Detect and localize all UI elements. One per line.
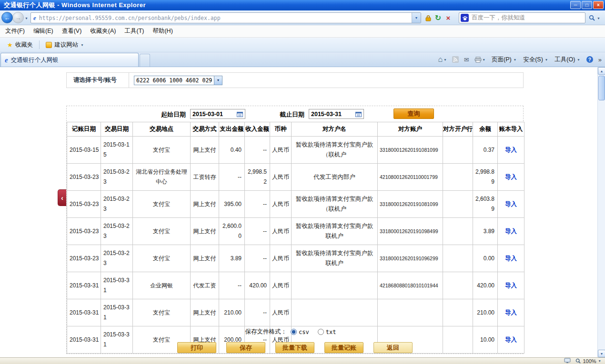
- save-button[interactable]: 保存: [226, 342, 265, 353]
- import-link[interactable]: 导入: [505, 255, 517, 262]
- table-cell: [443, 191, 473, 218]
- menu-item-favorites[interactable]: 收藏夹(A): [86, 26, 120, 36]
- column-header: 余额: [473, 122, 498, 137]
- favorites-button[interactable]: ★ 收藏夹: [4, 39, 36, 50]
- table-cell: 网上支付: [191, 299, 219, 326]
- toolbar-overflow-button[interactable]: »: [597, 56, 603, 63]
- collapse-panel-button[interactable]: ‹: [58, 189, 66, 206]
- column-header: 对方户名: [292, 122, 378, 137]
- table-cell: 2015-03-15: [101, 137, 133, 164]
- safety-menu-button[interactable]: 安全(S)▼: [521, 54, 550, 65]
- format-option-txt[interactable]: txt: [318, 329, 336, 335]
- window-controls: ─ □ ×: [570, 1, 604, 9]
- import-link[interactable]: 导入: [505, 309, 517, 316]
- table-cell: 湖北省分行业务处理中心: [133, 164, 191, 191]
- end-date-value: 2015-03-31: [311, 111, 342, 118]
- status-bar: 100% ▼: [0, 357, 605, 364]
- help-button[interactable]: ?: [585, 55, 595, 64]
- table-cell: 331800012620191098499: [378, 218, 443, 245]
- back-button[interactable]: ←: [1, 12, 13, 23]
- start-date-input[interactable]: 2015-03-01: [190, 109, 245, 119]
- table-cell: 331800012620191081099: [378, 191, 443, 218]
- account-selector-panel: 请选择卡号/账号 6222 6006 1000 4602 029 ▼: [66, 72, 524, 88]
- page-menu-button[interactable]: 页面(P)▼: [489, 54, 519, 65]
- calendar-icon[interactable]: [355, 111, 362, 117]
- table-cell: 2015-03-23: [101, 245, 133, 272]
- table-cell: [292, 299, 378, 326]
- table-cell: 421080012620110001799: [378, 164, 443, 191]
- table-cell: --: [219, 272, 245, 299]
- table-cell: 3.89: [473, 218, 498, 245]
- zoom-control[interactable]: 100% ▼: [575, 358, 601, 364]
- menu-item-help[interactable]: 帮助(H): [148, 26, 177, 36]
- forward-button[interactable]: →: [12, 12, 24, 23]
- import-link[interactable]: 导入: [505, 174, 517, 180]
- title-bar: 交通银行个人网银 - Windows Internet Explorer ─ □…: [0, 0, 605, 10]
- radio-txt[interactable]: [318, 329, 324, 335]
- table-cell: [292, 272, 378, 299]
- account-select[interactable]: 6222 6006 1000 4602 029 ▼: [134, 76, 222, 85]
- home-button[interactable]: ⌂ ▼: [437, 54, 448, 65]
- address-input[interactable]: e https://personal.95559.com.cn/personba…: [30, 12, 421, 23]
- menu-item-edit[interactable]: 编辑(E): [29, 26, 58, 36]
- format-option-csv[interactable]: csv: [291, 329, 309, 335]
- rss-icon: [452, 56, 459, 63]
- table-cell: 导入: [498, 245, 524, 272]
- close-button[interactable]: ×: [593, 1, 604, 9]
- end-date-input[interactable]: 2015-03-31: [309, 109, 364, 119]
- minimize-button[interactable]: ─: [570, 1, 581, 9]
- stop-button[interactable]: ×: [444, 12, 453, 23]
- import-link[interactable]: 导入: [505, 147, 517, 153]
- radio-csv[interactable]: [291, 329, 297, 335]
- security-lock-icon[interactable]: [424, 12, 433, 23]
- tools-menu-button[interactable]: 工具(O)▼: [552, 54, 583, 65]
- star-icon: ★: [7, 41, 13, 49]
- menu-item-view[interactable]: 查看(V): [58, 26, 86, 36]
- search-box[interactable]: 百度一下，你就知道: [459, 12, 585, 23]
- table-cell: --: [219, 164, 245, 191]
- table-cell: --: [245, 137, 270, 164]
- tab-bank-portal[interactable]: e 交通银行个人网银: [0, 53, 139, 67]
- print-button[interactable]: 打印: [177, 342, 216, 353]
- scroll-down-button[interactable]: ▼: [598, 350, 605, 357]
- print-button-toolbar[interactable]: ▼: [473, 56, 487, 64]
- import-link[interactable]: 导入: [505, 228, 517, 235]
- import-link[interactable]: 导入: [505, 282, 517, 289]
- suggested-sites-button[interactable]: 建议网站 ▼: [42, 39, 87, 50]
- tab-label: 交通银行个人网银: [11, 56, 59, 64]
- table-row: 2015-03-232015-03-23支付宝网上支付395.00--人民币暂收…: [67, 191, 524, 218]
- mail-button[interactable]: ✉: [463, 55, 471, 64]
- address-dropdown[interactable]: ▼: [412, 13, 421, 23]
- table-cell: 人民币: [270, 191, 292, 218]
- table-body: 2015-03-152015-03-15支付宝网上支付0.40--人民币暂收款项…: [67, 137, 524, 354]
- table-cell: 暂收款项待清算支付宝商户款联机户: [292, 218, 378, 245]
- query-button[interactable]: 查询: [393, 108, 434, 119]
- restore-icon: □: [585, 2, 588, 8]
- chevron-down-icon: ▼: [444, 58, 446, 61]
- import-link[interactable]: 导入: [505, 201, 517, 207]
- search-button[interactable]: [587, 12, 596, 23]
- history-dropdown-icon[interactable]: ▼: [25, 17, 28, 20]
- table-row: 2015-03-232015-03-23支付宝网上支付3.89--人民币暂收款项…: [67, 245, 524, 272]
- scrollbar-thumb[interactable]: [598, 76, 605, 100]
- scroll-up-button[interactable]: ▲: [598, 67, 605, 75]
- column-header: 对方开户行: [443, 122, 473, 137]
- calendar-icon[interactable]: [237, 111, 243, 117]
- batch-download-button[interactable]: 批量下载: [275, 342, 314, 353]
- new-tab-stub[interactable]: [140, 54, 150, 67]
- table-cell: 导入: [498, 299, 524, 326]
- maximize-button[interactable]: □: [582, 1, 592, 9]
- table-cell: [443, 299, 473, 326]
- menu-item-file[interactable]: 文件(F): [1, 26, 29, 36]
- batch-bookkeep-button[interactable]: 批量记账: [324, 342, 363, 353]
- table-cell: 2015-03-23: [67, 164, 101, 191]
- table-cell: [378, 299, 443, 326]
- vertical-scrollbar[interactable]: ▲ ▼: [597, 67, 605, 357]
- menu-item-tools[interactable]: 工具(T): [120, 26, 148, 36]
- rss-button[interactable]: [451, 55, 460, 64]
- search-dropdown-icon[interactable]: ▼: [597, 17, 600, 20]
- return-button[interactable]: 返回: [373, 342, 413, 353]
- table-cell: --: [245, 299, 270, 326]
- action-buttons: 打印保存批量下载批量记账返回: [67, 342, 523, 353]
- refresh-button[interactable]: ↻: [433, 12, 443, 23]
